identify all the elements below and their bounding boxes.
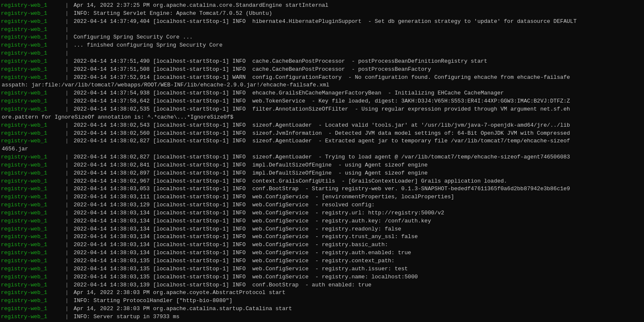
- log-line: registry-web_1 | 2022-04-14 14:38:03,111…: [0, 193, 644, 201]
- log-content: ... finished configuring Spring Security…: [73, 42, 643, 50]
- log-line: registry-web_1 | INFO: Server startup in…: [0, 313, 644, 321]
- log-content: 2022-04-14 14:38:03,134 [localhost-start…: [73, 233, 643, 241]
- log-line: registry-web_1 | 2022-04-14 14:38:02,543…: [0, 122, 644, 130]
- log-prefix: registry-web_1: [1, 18, 60, 26]
- log-separator: |: [62, 42, 72, 50]
- log-line: registry-web_1 |: [0, 26, 644, 34]
- log-line: registry-web_1 | 2022-04-14 14:38:02,560…: [0, 130, 644, 138]
- log-line: registry-web_1 | 2022-04-14 14:37:51,490…: [0, 58, 644, 66]
- log-separator: |: [62, 105, 72, 114]
- log-line: registry-web_1 | 2022-04-14 14:38:03,129…: [0, 201, 644, 209]
- log-line: registry-web_1 | 2022-04-14 14:38:03,134…: [0, 209, 644, 217]
- log-separator: |: [62, 281, 72, 289]
- log-prefix: registry-web_1: [1, 122, 60, 130]
- log-line: 4656.jar: [0, 145, 644, 153]
- log-content: ore.pattern for IgnoreSizeOf annotation …: [1, 114, 233, 122]
- log-separator: |: [62, 89, 72, 97]
- log-separator: |: [62, 265, 72, 273]
- log-separator: |: [62, 137, 72, 145]
- log-content: 2022-04-14 14:38:02,827 [localhost-start…: [73, 153, 643, 161]
- log-separator: |: [62, 130, 72, 138]
- log-separator: |: [62, 217, 72, 225]
- log-content: 2022-04-14 14:37:54,938 [localhost-start…: [73, 89, 643, 97]
- terminal: registry-web_1 | Apr 14, 2022 2:37:25 PM…: [0, 0, 644, 322]
- log-prefix: registry-web_1: [1, 193, 60, 201]
- log-content: 2022-04-14 14:38:02,827 [localhost-start…: [73, 137, 643, 145]
- log-content: 2022-04-14 14:37:52,914 [localhost-start…: [73, 74, 643, 82]
- log-content: 2022-04-14 14:38:03,134 [localhost-start…: [73, 209, 643, 217]
- log-line: registry-web_1 | 2022-04-14 14:38:03,135…: [0, 273, 644, 281]
- log-content: 2022-04-14 14:38:03,134 [localhost-start…: [73, 217, 643, 225]
- log-prefix: registry-web_1: [1, 217, 60, 225]
- log-prefix: registry-web_1: [1, 130, 60, 138]
- log-prefix: registry-web_1: [1, 233, 60, 241]
- log-prefix: registry-web_1: [1, 313, 60, 321]
- log-prefix: registry-web_1: [1, 169, 60, 178]
- log-line: asspath: jar:file:/var/lib/tomcat7/webap…: [0, 81, 644, 89]
- log-prefix: registry-web_1: [1, 26, 60, 34]
- log-line: registry-web_1 | 2022-04-14 14:38:03,134…: [0, 249, 644, 257]
- log-content: asspath: jar:file:/var/lib/tomcat7/webap…: [1, 81, 329, 89]
- log-prefix: registry-web_1: [1, 66, 60, 74]
- log-prefix: registry-web_1: [1, 42, 60, 50]
- log-separator: |: [62, 249, 72, 257]
- log-line: registry-web_1 | INFO: Starting Protocol…: [0, 297, 644, 305]
- log-line: registry-web_1 | 2022-04-14 14:38:03,134…: [0, 233, 644, 241]
- log-prefix: registry-web_1: [1, 58, 60, 66]
- log-separator: |: [62, 161, 72, 169]
- log-prefix: registry-web_1: [1, 2, 60, 10]
- log-line: registry-web_1 | 2022-04-14 14:37:54,938…: [0, 89, 644, 97]
- log-line: ore.pattern for IgnoreSizeOf annotation …: [0, 114, 644, 122]
- log-prefix: registry-web_1: [1, 33, 60, 42]
- log-content: 2022-04-14 14:38:02,535 [localhost-start…: [73, 105, 643, 114]
- log-line: registry-web_1 | 2022-04-14 14:38:03,134…: [0, 217, 644, 225]
- log-content: [73, 26, 643, 34]
- log-prefix: registry-web_1: [1, 257, 60, 265]
- log-line: registry-web_1 | 2022-04-14 14:38:03,134…: [0, 241, 644, 249]
- log-prefix: registry-web_1: [1, 273, 60, 281]
- log-content: 2022-04-14 14:38:02,543 [localhost-start…: [73, 122, 643, 130]
- log-separator: |: [62, 257, 72, 265]
- log-content: 2022-04-14 14:38:03,135 [localhost-start…: [73, 273, 643, 281]
- log-separator: |: [62, 66, 72, 74]
- log-line: registry-web_1 | 2022-04-14 14:38:03,135…: [0, 265, 644, 273]
- log-content: 2022-04-14 14:37:58,642 [localhost-start…: [73, 97, 643, 105]
- log-line: registry-web_1 | Apr 14, 2022 2:37:25 PM…: [0, 2, 644, 10]
- log-line: registry-web_1 | 2022-04-14 14:37:52,914…: [0, 74, 644, 82]
- log-line: registry-web_1 | Configuring Spring Secu…: [0, 33, 644, 42]
- log-content: 4656.jar: [1, 145, 28, 153]
- log-separator: |: [62, 33, 72, 42]
- log-separator: |: [62, 50, 72, 58]
- log-prefix: registry-web_1: [1, 305, 60, 313]
- log-content: 2022-04-14 14:38:02,897 [localhost-start…: [73, 169, 643, 178]
- log-prefix: registry-web_1: [1, 161, 60, 169]
- log-prefix: registry-web_1: [1, 225, 60, 233]
- log-prefix: registry-web_1: [1, 178, 60, 186]
- log-content: 2022-04-14 14:38:03,111 [localhost-start…: [73, 193, 643, 201]
- log-separator: |: [62, 193, 72, 201]
- log-line: registry-web_1 | 2022-04-14 14:38:03,134…: [0, 225, 644, 233]
- log-separator: |: [62, 305, 72, 313]
- log-content: 2022-04-14 14:38:03,134 [localhost-start…: [73, 241, 643, 249]
- log-line: registry-web_1 | ... finished configurin…: [0, 42, 644, 50]
- log-separator: |: [62, 209, 72, 217]
- log-prefix: registry-web_1: [1, 289, 60, 297]
- log-prefix: registry-web_1: [1, 265, 60, 273]
- log-line: registry-web_1 | INFO: Starting Servlet …: [0, 10, 644, 18]
- log-separator: |: [62, 2, 72, 10]
- log-prefix: registry-web_1: [1, 137, 60, 145]
- log-prefix: registry-web_1: [1, 89, 60, 97]
- log-line: registry-web_1 | 2022-04-14 14:37:51,508…: [0, 66, 644, 74]
- log-content: 2022-04-14 14:38:03,134 [localhost-start…: [73, 249, 643, 257]
- log-content: Configuring Spring Security Core ...: [73, 33, 643, 42]
- log-content: 2022-04-14 14:38:03,135 [localhost-start…: [73, 257, 643, 265]
- log-content: 2022-04-14 14:38:03,135 [localhost-start…: [73, 265, 643, 273]
- log-separator: |: [62, 178, 72, 186]
- log-line: registry-web_1 | 2022-04-14 14:37:58,642…: [0, 97, 644, 105]
- log-line: registry-web_1 | 2022-04-14 14:38:03,053…: [0, 185, 644, 193]
- log-separator: |: [62, 58, 72, 66]
- log-prefix: registry-web_1: [1, 153, 60, 161]
- log-separator: |: [62, 153, 72, 161]
- log-prefix: registry-web_1: [1, 241, 60, 249]
- log-prefix: registry-web_1: [1, 281, 60, 289]
